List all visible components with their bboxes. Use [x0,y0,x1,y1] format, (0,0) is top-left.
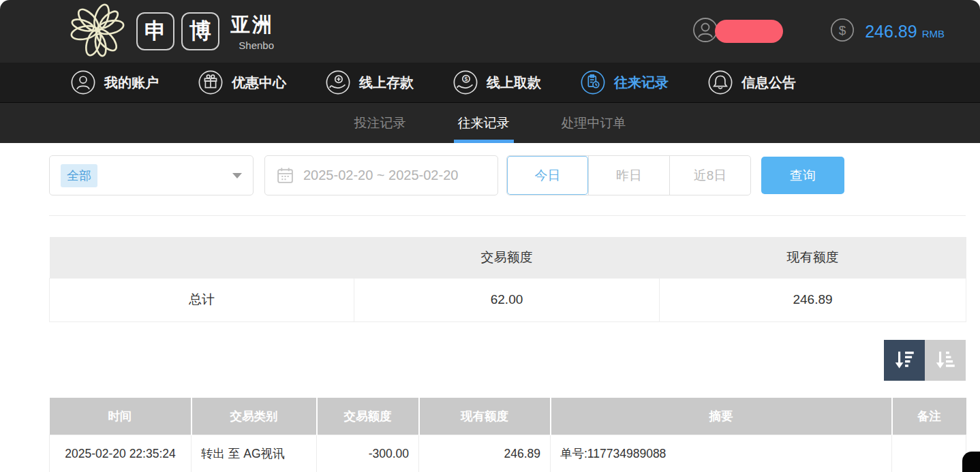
table-row: 2025-02-20 22:35:24 转出 至 AG视讯 -300.00 24… [50,435,966,472]
chevron-down-icon [232,173,242,178]
col-header-remark: 备注 [892,398,966,435]
username-pill[interactable] [715,20,783,43]
summary-total-label: 总计 [50,278,354,321]
nav-label: 线上取款 [487,74,541,92]
nav-item-withdraw[interactable]: $ 线上取款 [453,69,541,95]
summary-header-trade-amount: 交易额度 [354,237,660,278]
range-button-last8days[interactable]: 近8日 [669,156,750,195]
svg-text:$: $ [839,23,846,37]
sort-ascending-icon [933,348,958,373]
col-header-time: 时间 [50,398,192,435]
section-divider [49,215,966,216]
type-selected-tag: 全部 [61,164,97,187]
flower-logo-icon [68,1,127,62]
summary-table: 交易额度 现有额度 总计 62.00 246.89 [49,237,966,322]
user-circle-icon [70,69,96,95]
range-button-yesterday[interactable]: 昨日 [588,156,669,195]
nav-label: 优惠中心 [232,74,286,92]
tab-pending-orders[interactable]: 处理中订单 [557,103,630,143]
clipboard-clock-icon [580,69,606,95]
brand-char-1: 申 [136,12,174,50]
summary-header-balance: 现有额度 [660,237,966,278]
summary-total-row: 总计 62.00 246.89 [50,278,966,321]
nav-item-announcements[interactable]: 信息公告 [707,69,796,95]
summary-header-row: 交易额度 现有额度 [50,237,966,278]
nav-label: 我的账户 [104,74,159,92]
app-window: 申 博 亚洲 Shenbo $ [0,0,980,472]
record-summary: 单号:117734989088 [551,435,892,472]
wallet-balance: $ 246.89 RMB [829,17,945,46]
col-header-type: 交易类别 [192,398,317,435]
nav-label: 线上存款 [359,74,414,92]
nav-item-transaction-records[interactable]: 往来记录 [580,69,669,95]
nav-item-promotions[interactable]: 优惠中心 [198,69,286,95]
record-time: 2025-02-20 22:35:24 [50,435,192,472]
brand-suffix: 亚洲 [230,12,274,39]
dollar-icon: $ [829,17,855,46]
record-tabs: 投注记录 往来记录 处理中订单 [0,103,980,143]
sort-descending-icon [892,348,917,373]
tab-betting-records[interactable]: 投注记录 [350,103,410,143]
brand-char-2: 博 [181,12,219,50]
date-range-picker[interactable]: 2025-02-20 ~ 2025-02-20 [264,155,498,195]
records-table: 时间 交易类别 交易额度 现有额度 摘要 备注 2025-02-20 22:35… [49,398,966,472]
hand-coin-icon [325,69,351,95]
hand-dollar-icon: $ [453,69,478,95]
filter-bar: 全部 2025-02-20 ~ 2025-02-20 今日 昨日 近8日 查询 [49,155,966,195]
nav-item-deposit[interactable]: 线上存款 [325,69,414,95]
calendar-icon [276,166,294,185]
record-type: 转出 至 AG视讯 [192,435,317,472]
balance-amount: 246.89 [865,22,917,42]
summary-balance: 246.89 [660,278,966,321]
record-balance: 246.89 [419,435,551,472]
summary-header-empty [50,237,354,278]
sort-controls [49,340,966,381]
top-header: 申 博 亚洲 Shenbo $ [0,0,980,63]
sort-descending-button[interactable] [884,340,925,381]
tab-transaction-records[interactable]: 往来记录 [454,103,514,143]
gift-icon [198,69,224,95]
col-header-summary: 摘要 [551,398,892,435]
record-remark [892,435,966,472]
nav-label: 往来记录 [614,74,669,92]
brand-logo: 申 博 亚洲 Shenbo [68,1,274,62]
search-button[interactable]: 查询 [761,157,844,194]
summary-trade-amount: 62.00 [354,278,660,321]
floating-corner-widget[interactable] [962,452,980,472]
brand-name-boxes: 申 博 [136,12,219,50]
nav-item-my-account[interactable]: 我的账户 [70,69,159,95]
quick-range-group: 今日 昨日 近8日 [506,155,751,195]
range-button-today[interactable]: 今日 [507,156,588,195]
brand-subtitle: Shenbo [230,40,274,51]
balance-currency: RMB [922,28,945,40]
type-dropdown[interactable]: 全部 [49,155,254,195]
main-nav: 我的账户 优惠中心 线上存款 [0,63,980,103]
sort-ascending-button[interactable] [925,340,966,381]
records-header-row: 时间 交易类别 交易额度 现有额度 摘要 备注 [50,398,966,435]
nav-label: 信息公告 [741,74,796,92]
col-header-balance: 现有额度 [419,398,551,435]
date-range-value: 2025-02-20 ~ 2025-02-20 [303,168,458,183]
bell-icon [707,69,733,95]
svg-text:$: $ [465,76,468,82]
record-amount: -300.00 [317,435,419,472]
col-header-amount: 交易额度 [317,398,419,435]
